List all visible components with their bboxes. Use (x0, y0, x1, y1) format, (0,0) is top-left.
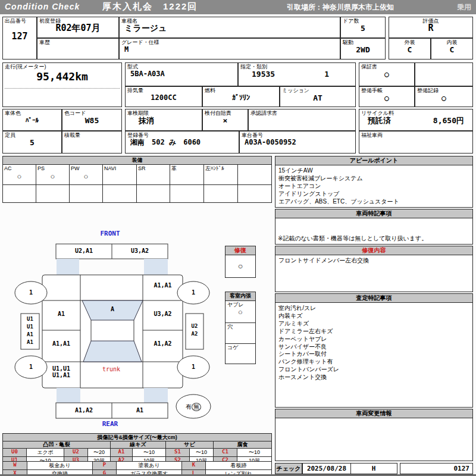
assessment-line: パンク修理キット有 (278, 358, 469, 366)
windshield-mark: A (92, 306, 133, 312)
appeal-points-section: アピールポイント 15インチAW 衝突被害軽減ブレーキシステム オートエアコン … (275, 156, 473, 208)
wheel-mark-rear-left: 1 (25, 364, 37, 370)
repair-content-lines: フロントサイドメンバー左右交換 (275, 255, 472, 265)
brand-title: Condition Check (5, 2, 80, 11)
left-side-mark: A1 (21, 331, 39, 339)
check-date-box: 2025/08/28 H (302, 463, 397, 474)
front-fender-left-mark: A1 (43, 311, 79, 317)
mark-code: K (182, 462, 206, 470)
front-bumper-left-mark: U2,A1 (57, 248, 111, 254)
legend-title: 損傷記号&損傷サイズ(〜最大cm) (3, 434, 272, 441)
exterior-grade-cell: 外装 C (389, 38, 431, 60)
equip-cell-ps: PS○ (36, 165, 70, 185)
chassis-number-value: A03A-0050952 (240, 138, 355, 147)
spare-yes: 有 (186, 403, 192, 410)
repair-flag-title: 修復 (226, 246, 255, 255)
chassis-number-label: 車台番号 (240, 131, 355, 138)
approval-cell: 承認請求書 (248, 109, 356, 131)
damage-diagram: FRONT U2,A1 U3,A2 A1,A1 A1 A U3,A2 A1,A1… (2, 230, 214, 434)
inspection-cell: 車検期限 抹消 (125, 109, 202, 131)
score-value: R (389, 24, 472, 33)
equip-cell-sr: SR (137, 165, 170, 185)
spare-tire-indicator: 有無 (177, 403, 209, 411)
equip-cell-ac: AC○ (3, 165, 36, 185)
cabin-row-value: ○ (226, 308, 255, 317)
rear-label: REAR (89, 421, 131, 427)
check-label-cell: チェック (275, 463, 302, 474)
exterior-grade-label: 外装 (389, 39, 430, 45)
equip-value: ○ (3, 171, 36, 182)
spare-no: 無 (192, 403, 201, 411)
model-code-value: 5BA-A03A (126, 70, 237, 79)
appeal-line: エアバッグ、ABS、ETC、プッシュスタート (278, 198, 469, 206)
capacity-label: 定員 (3, 131, 61, 138)
check-number: 0127 (400, 464, 472, 474)
equip-empty-cell (70, 185, 103, 203)
front-fender-right-mark: U3,A2 (144, 311, 181, 317)
mark-label: 板金あり (27, 462, 93, 470)
assessment-line: アルミキズ (278, 320, 469, 328)
appeal-points-title: アピールポイント (275, 156, 472, 165)
trunk-label: trunk (89, 366, 133, 372)
legend-code: U2 (64, 449, 88, 457)
legend-size: エクボ (27, 449, 64, 457)
displacement-cell: 排気量 1200CC (125, 86, 202, 107)
maintenance-book-cell: 整備手帳 ○ (359, 86, 415, 107)
drive-label: 駆動 (341, 39, 385, 45)
wheel-mark-front-right: 1 (187, 289, 199, 296)
interior-grade-label: 内装 (431, 39, 472, 45)
assessment-notes-lines: 室内汚れ/スレ 内装キズ アルミキズ ドアミラー左右キズ カーペットヤブレ サン… (275, 303, 472, 381)
maintenance-record-cell: 整備記録 ○ (415, 86, 473, 107)
assessment-line: ホースメント交換 (278, 374, 469, 381)
color-code-cell: 色コード W85 (62, 109, 122, 131)
body-color-value: ﾊﾟｰﾙ (3, 116, 61, 125)
interior-grade-cell: 内装 C (431, 38, 473, 60)
mark-label: 塗装あり (117, 462, 182, 470)
equip-cell-lhd: 左ﾊﾝﾄﾞﾙ (204, 165, 238, 185)
maintenance-record-value: ○ (415, 93, 472, 102)
maintenance-book-label: 整備手帳 (359, 87, 414, 93)
transmission-label: ミッション (280, 87, 355, 93)
wheel-mark-rear-right: 1 (187, 364, 199, 370)
grade-label: グレード・仕様 (120, 39, 340, 45)
repair-flag-value: ○ (226, 255, 255, 277)
insurance-cell: 検付自賠責 × (202, 109, 248, 131)
doors-label: ドア数 (341, 17, 385, 24)
left-side-marks: U1 U1 A1 A1 (21, 315, 39, 346)
rear-bumper-left-mark: A1,A2 (57, 407, 111, 414)
drive-value: 2WD (341, 45, 385, 54)
class-label: 指定・類別 (239, 63, 355, 70)
left-side-mark: U1 (21, 323, 39, 331)
insurance-label: 検付自賠責 (203, 109, 248, 116)
appeal-points-lines: 15インチAW 衝突被害軽減ブレーキシステム オートエアコン アイドリングストッ… (275, 165, 472, 206)
auction-sheet: Condition Check 厚木入札会 1222回 引取場所：神奈川県厚木市… (0, 0, 476, 476)
equip-value: ○ (70, 171, 102, 182)
color-code-label: 色コード (62, 109, 121, 116)
assessment-line: フロントバンパーズレ (278, 366, 469, 374)
score-cell: 評価点 R (389, 17, 473, 38)
equip-empty-cell (170, 185, 204, 203)
appeal-line: 衝突被害軽減ブレーキシステム (278, 175, 469, 183)
front-bumper-right-mark: U3,A2 (113, 248, 167, 254)
vehicle-notes-section: 車両特記事項 ※記載のない書類・機器等は無しとして取り扱います。 (275, 209, 473, 245)
load-cell: 積載量 (62, 131, 122, 154)
recycle-status-value: 預託済 (368, 116, 391, 125)
equip-label: 革 (170, 165, 203, 171)
equip-cell-navi: NAVI (103, 165, 137, 185)
inspection-label: 車検期限 (126, 109, 202, 116)
right-side-marks: U2 A2 (186, 322, 203, 338)
warranty-value: ○ (359, 70, 414, 79)
history-cell: 車歴 (37, 38, 119, 60)
vehicle-notes-title: 車両特記事項 (275, 209, 472, 218)
vehicle-class: 乗用 (457, 2, 471, 12)
cabin-lining-title: 客室内張 (226, 292, 255, 301)
registration-number-label: 登録番号 (126, 131, 239, 138)
mark-code: W (3, 462, 27, 470)
model-code-cell: 型式 5BA-A03A (125, 62, 238, 86)
check-date: 2025/08/28 (303, 464, 350, 474)
history-label: 車歴 (37, 39, 118, 45)
equip-empty-cell (36, 185, 70, 203)
fuel-value: ｶﾞｿﾘﾝ (203, 93, 279, 102)
left-side-mark: A1 (21, 339, 39, 346)
rear-bumper-right-mark: A1 (113, 407, 167, 414)
